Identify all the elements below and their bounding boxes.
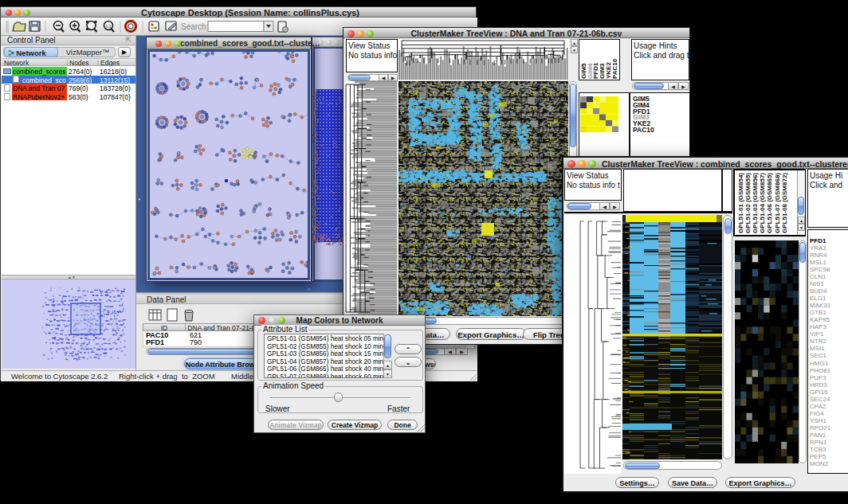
svg-text:GPL51-06 (GSM865): GPL51-06 (GSM865) — [766, 173, 773, 233]
svg-text:1:1: 1:1 — [106, 24, 112, 29]
svg-text:GPL51-07 (GSM868): GPL51-07 (GSM868) — [774, 173, 781, 233]
svg-text:Search:: Search: — [181, 22, 208, 31]
svg-text:GPL51-01 (GSM854): GPL51-01 (GSM854) — [737, 173, 744, 233]
svg-text:GPL51-04 (GSM857): GPL51-04 (GSM857) — [759, 173, 766, 233]
svg-text:GPL51-03 (GSM856): GPL51-03 (GSM856) — [752, 173, 759, 233]
svg-text:GPL51-02 (GSM855): GPL51-02 (GSM855) — [744, 173, 752, 233]
svg-text:PAC10: PAC10 — [611, 58, 618, 79]
svg-text:GPL51-08 (GSM872): GPL51-08 (GSM872) — [781, 173, 788, 233]
